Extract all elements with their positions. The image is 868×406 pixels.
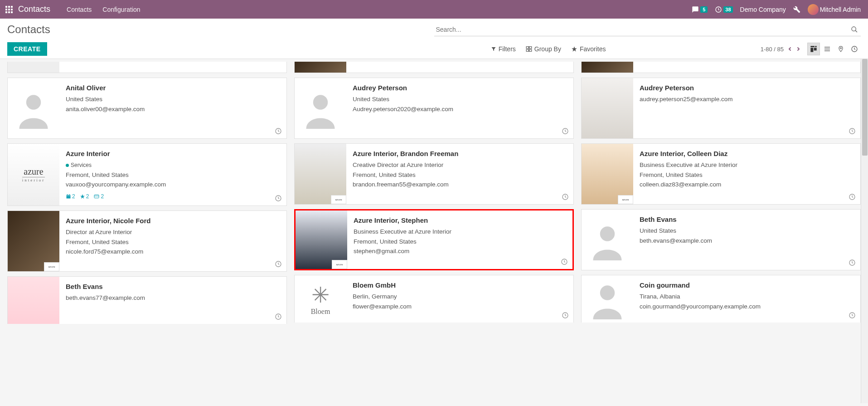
view-map[interactable] — [834, 43, 847, 55]
view-list[interactable] — [821, 43, 834, 55]
contact-photo — [8, 62, 59, 73]
filter-bar: Filters Group By Favorites — [491, 45, 606, 53]
vertical-scrollbar[interactable] — [861, 59, 868, 403]
contact-card[interactable]: azure Azure Interior, Brandon FreemanCre… — [294, 143, 574, 205]
contact-line: nicole.ford75@example.com — [66, 247, 280, 257]
search-input[interactable] — [434, 23, 849, 36]
contact-line: Audrey.peterson2020@example.com — [353, 104, 567, 114]
view-kanban[interactable] — [807, 43, 820, 55]
contact-name: Azure Interior, Stephen — [354, 215, 566, 226]
contact-line: anita.oliver00@example.com — [66, 104, 280, 114]
svg-rect-7 — [8, 11, 10, 13]
contact-line: coin.gourmand@yourcompany.example.com — [640, 302, 854, 312]
contact-indicators: 222 — [66, 192, 280, 201]
contact-photo: azure — [296, 210, 347, 269]
app-brand[interactable]: Contacts — [18, 5, 50, 14]
contact-card[interactable]: Audrey PetersonUnited StatesAudrey.peter… — [294, 78, 574, 139]
contact-card[interactable]: azureinterior Azure InteriorServicesFrem… — [7, 143, 287, 206]
svg-rect-24 — [94, 195, 99, 198]
contact-card[interactable]: Audrey Petersonaudrey.peterson25@example… — [581, 78, 861, 139]
contact-card[interactable] — [581, 62, 861, 73]
view-activity[interactable] — [848, 43, 861, 55]
kanban-column: Audrey PetersonUnited StatesAudrey.peter… — [294, 62, 574, 394]
search-icon[interactable] — [848, 26, 861, 33]
contact-card[interactable]: azure Azure Interior, Colleen DiazBusine… — [581, 143, 861, 205]
indicator-calendar[interactable]: 2 — [66, 192, 75, 201]
svg-rect-12 — [529, 47, 531, 49]
contact-name: Audrey Peterson — [353, 83, 567, 93]
contact-line: Business Executive at Azure Interior — [640, 160, 854, 170]
messages-icon[interactable]: 5 — [689, 0, 710, 19]
svg-rect-4 — [8, 9, 10, 10]
company-switcher[interactable]: Demo Company — [737, 0, 789, 19]
user-menu[interactable]: Mitchell Admin — [805, 0, 863, 19]
kanban-board[interactable]: Anital OliverUnited Statesanita.oliver00… — [0, 59, 868, 403]
svg-rect-17 — [814, 48, 817, 50]
contact-photo — [295, 62, 346, 73]
search-bar[interactable] — [434, 23, 861, 36]
svg-rect-23 — [67, 195, 71, 199]
contact-line: Fremont, United States — [640, 170, 854, 180]
filters-dropdown[interactable]: Filters — [491, 45, 516, 53]
contact-name: Azure Interior, Brandon Freeman — [353, 148, 567, 159]
pager: 1-80 / 85 — [761, 46, 801, 53]
contact-name: Beth Evans — [640, 214, 854, 225]
create-button[interactable]: CREATE — [7, 42, 47, 56]
filters-label: Filters — [499, 45, 516, 53]
contact-photo — [8, 277, 59, 324]
user-avatar — [808, 4, 819, 15]
svg-rect-6 — [5, 11, 7, 13]
pager-prev[interactable] — [787, 46, 793, 52]
contact-line: Fremont, United States — [66, 237, 280, 247]
pager-next[interactable] — [795, 46, 801, 52]
contact-card[interactable]: Coin gourmandTirana, Albaniacoin.gourman… — [581, 275, 861, 323]
contact-card[interactable] — [7, 62, 287, 73]
user-name: Mitchell Admin — [820, 6, 861, 13]
contact-photo — [582, 78, 633, 138]
svg-point-10 — [852, 27, 856, 31]
indicator-card[interactable]: 2 — [93, 192, 104, 201]
pager-text[interactable]: 1-80 / 85 — [761, 46, 784, 53]
contact-name: Bloem GmbH — [353, 280, 567, 291]
contact-line: Business Executive at Azure Interior — [354, 227, 566, 237]
contact-name: Anital Oliver — [66, 83, 280, 93]
menu-contacts[interactable]: Contacts — [61, 0, 97, 19]
activities-icon[interactable]: 38 — [712, 0, 735, 19]
contact-card[interactable] — [294, 62, 574, 73]
contact-line: vauxoo@yourcompany.example.com — [66, 180, 280, 190]
contact-card[interactable]: azure Azure Interior, Nicole FordDirecto… — [7, 210, 287, 272]
favorites-dropdown[interactable]: Favorites — [571, 45, 606, 53]
contact-name: Audrey Peterson — [640, 83, 854, 93]
contact-name: Coin gourmand — [640, 280, 854, 291]
svg-point-37 — [600, 285, 615, 300]
contact-name: Azure Interior, Nicole Ford — [66, 215, 280, 226]
contact-line: Director at Azure Interior — [66, 227, 280, 237]
kanban-column: Audrey Petersonaudrey.peterson25@example… — [581, 62, 861, 394]
svg-rect-1 — [8, 6, 10, 8]
company-badge: azure — [618, 195, 633, 204]
svg-rect-15 — [810, 46, 815, 47]
svg-rect-18 — [815, 46, 816, 47]
contact-line: flower@example.com — [353, 302, 567, 312]
contact-line: beth.evans@example.com — [640, 236, 854, 246]
contact-card[interactable]: Anital OliverUnited Statesanita.oliver00… — [7, 78, 287, 139]
svg-rect-0 — [5, 6, 7, 8]
scrollbar-thumb[interactable] — [862, 59, 868, 156]
svg-rect-2 — [11, 6, 13, 8]
contact-photo — [582, 62, 633, 73]
contact-card[interactable]: Beth Evansbeth.evans77@example.com — [7, 276, 287, 324]
indicator-star[interactable]: 2 — [80, 192, 89, 201]
contact-line: audrey.peterson25@example.com — [640, 94, 854, 104]
apps-launcher-icon[interactable] — [0, 6, 18, 13]
breadcrumb: Contacts — [7, 23, 50, 36]
debug-icon[interactable] — [790, 0, 803, 19]
contact-name: Azure Interior — [66, 148, 280, 159]
contact-card[interactable]: Beth EvansUnited Statesbeth.evans@exampl… — [581, 209, 861, 270]
menu-configuration[interactable]: Configuration — [97, 0, 145, 19]
contact-card[interactable]: ✳︎Bloem Bloem GmbHBerlin, Germanyflower@… — [294, 275, 574, 323]
contact-line: beth.evans77@example.com — [66, 293, 280, 303]
groupby-dropdown[interactable]: Group By — [526, 45, 561, 53]
company-badge: azure — [44, 262, 59, 271]
contact-card[interactable]: azure Azure Interior, StephenBusiness Ex… — [294, 209, 574, 270]
contact-photo: azure — [8, 211, 59, 271]
